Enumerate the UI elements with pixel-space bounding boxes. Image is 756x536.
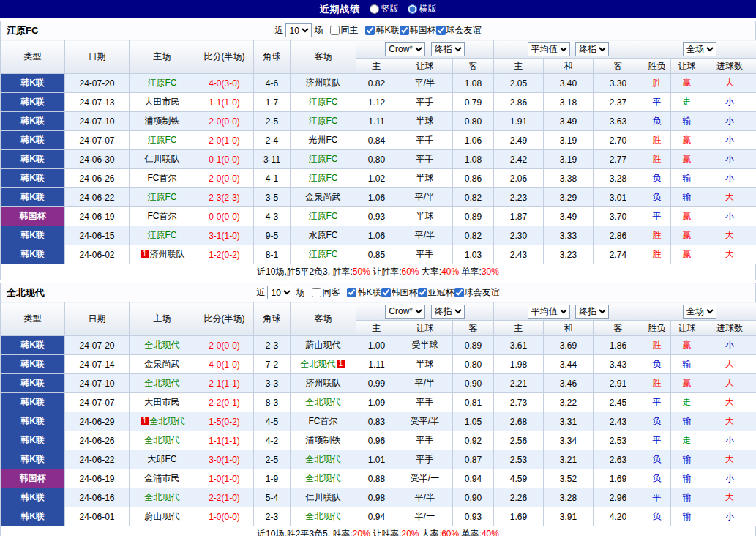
same-venue-checkbox[interactable]	[330, 26, 340, 35]
match-type-cell: 韩K联	[1, 336, 65, 355]
avg-odds-home-cell: 2.53	[494, 450, 544, 469]
league-checkbox[interactable]	[365, 26, 375, 35]
result-winloss-cell: 负	[643, 450, 671, 469]
asian-odds-home-cell: 0.88	[356, 469, 397, 488]
score-cell: 1-0(0-0)	[195, 507, 254, 526]
asian-handicap-cell: 平/半	[397, 488, 453, 507]
summary-line: 近10场,胜5平2负3, 胜率:50% 让胜率:60% 大率:40% 单率:30…	[0, 264, 756, 280]
score-cell: 2-0(0-0)	[195, 336, 254, 355]
match-row: 韩K联24-07-10全北现代2-1(1-1)3-3济州联队0.99平/半0.9…	[1, 374, 756, 393]
result-goals-cell: 小	[703, 507, 756, 526]
odds-source-select[interactable]: Crow*	[385, 42, 425, 56]
asian-odds-home-cell: 0.80	[356, 150, 397, 169]
league-checkbox[interactable]	[400, 26, 409, 35]
same-venue-filter[interactable]: 同客	[312, 286, 340, 299]
result-goals-cell: 大	[703, 226, 756, 245]
col-result-handicap: 让球	[671, 59, 703, 74]
layout-horizontal-option[interactable]: 横版	[408, 3, 437, 15]
home-team-name: 大田市民	[145, 397, 180, 407]
match-row: 韩K联24-07-20江原FC4-0(3-0)4-6济州联队0.82平/半1.0…	[1, 74, 756, 93]
col-corner: 角球	[254, 302, 291, 336]
match-count-select[interactable]: 10	[267, 286, 293, 299]
asian-odds-home-cell: 0.98	[356, 488, 397, 507]
col-avg-draw: 和	[544, 59, 594, 74]
avg-odds-home-cell: 3.61	[494, 336, 544, 355]
result-scope-header: 全场	[643, 302, 756, 321]
col-date: 日期	[65, 302, 130, 336]
layout-vertical-option[interactable]: 竖版	[370, 3, 399, 15]
home-team-cell: 全北现代	[130, 374, 195, 393]
league-filter[interactable]: 亚冠杯	[418, 286, 454, 299]
match-row: 韩K联24-06-01蔚山现代1-0(0-0)2-3全北现代0.94半/一0.9…	[1, 507, 756, 526]
odds-source-select[interactable]: Crow*	[385, 305, 425, 319]
col-asian-away: 客	[453, 321, 494, 336]
avg-odds-away-cell: 2.91	[594, 374, 643, 393]
match-date-cell: 24-06-22	[65, 450, 130, 469]
result-winloss-cell: 胜	[643, 226, 671, 245]
avg-source-select[interactable]: 平均值	[528, 42, 570, 56]
league-checkbox[interactable]	[418, 288, 427, 297]
avg-odds-draw-cell: 3.33	[544, 226, 594, 245]
away-team-name: 江原FC	[309, 211, 338, 221]
avg-odds-away-cell: 2.63	[594, 450, 643, 469]
result-handicap-cell: 赢	[671, 207, 703, 226]
league-checkbox[interactable]	[347, 288, 356, 297]
league-filter[interactable]: 韩国杯	[381, 286, 418, 299]
league-checkbox[interactable]	[436, 26, 446, 35]
avg-odds-away-cell: 2.96	[594, 488, 643, 507]
odds-time-select[interactable]: 终指	[431, 305, 465, 319]
same-venue-checkbox[interactable]	[312, 288, 321, 297]
asian-odds-home-cell: 0.85	[356, 245, 397, 264]
scope-select[interactable]: 全场	[683, 42, 716, 56]
away-team-name: 仁川联队	[306, 492, 341, 502]
avg-time-select[interactable]: 终指	[575, 305, 609, 319]
match-row: 韩K联24-07-10浦项制铁2-0(0-0)2-5江原FC1.11半球0.80…	[1, 112, 756, 131]
league-filter[interactable]: 韩国杯	[400, 24, 436, 37]
corners-cell: 2-3	[254, 336, 291, 355]
home-team-name: 蔚山现代	[145, 511, 180, 521]
corners-cell: 3-5	[254, 188, 291, 207]
home-team-name: 江原FC	[148, 135, 177, 145]
scope-select[interactable]: 全场	[683, 305, 716, 319]
col-result-winloss: 胜负	[643, 321, 671, 336]
score-cell: 2-2(0-1)	[195, 393, 254, 412]
corners-cell: 2-3	[254, 507, 291, 526]
league-filter[interactable]: 球会友谊	[436, 24, 482, 37]
match-date-cell: 24-06-15	[65, 226, 130, 245]
away-team-cell: FC首尔	[291, 412, 356, 431]
score-cell: 3-0(1-0)	[195, 450, 254, 469]
asian-odds-away-cell: 0.92	[453, 431, 494, 450]
odds-time-select[interactable]: 终指	[431, 42, 465, 56]
horizontal-radio[interactable]	[408, 4, 417, 14]
home-team-name: 全北现代	[145, 378, 180, 388]
col-asian-handicap: 让球	[397, 321, 453, 336]
league-filter[interactable]: 韩K联	[347, 286, 381, 299]
league-filter[interactable]: 球会友谊	[454, 286, 500, 299]
summary-text: 单率:	[459, 267, 482, 277]
vertical-radio[interactable]	[370, 4, 379, 14]
col-type: 类型	[1, 40, 65, 74]
match-type-cell: 韩K联	[1, 245, 65, 264]
match-type-cell: 韩K联	[1, 169, 65, 188]
league-filter[interactable]: 韩K联	[365, 24, 399, 37]
match-date-cell: 24-06-26	[65, 431, 130, 450]
home-team-cell: 江原FC	[130, 131, 195, 150]
avg-odds-away-cell: 1.69	[594, 469, 643, 488]
asian-odds-home-cell: 0.84	[356, 131, 397, 150]
corners-cell: 1-7	[254, 93, 291, 112]
league-checkbox[interactable]	[381, 288, 391, 297]
league-checkbox[interactable]	[454, 288, 464, 297]
result-winloss-cell: 平	[643, 431, 671, 450]
avg-source-select[interactable]: 平均值	[528, 305, 570, 319]
same-venue-filter[interactable]: 同主	[330, 24, 358, 37]
result-handicap-cell: 输	[671, 469, 703, 488]
result-goals-cell: 小	[703, 169, 756, 188]
avg-time-select[interactable]: 终指	[575, 42, 609, 56]
away-team-cell: 蔚山现代	[291, 336, 356, 355]
result-goals-cell: 大	[703, 188, 756, 207]
asian-handicap-cell: 平手	[397, 245, 453, 264]
result-handicap-cell: 输	[671, 450, 703, 469]
score-cell: 2-3(2-3)	[195, 188, 254, 207]
asian-odds-home-cell: 0.99	[356, 374, 397, 393]
match-count-select[interactable]: 10	[285, 23, 312, 37]
